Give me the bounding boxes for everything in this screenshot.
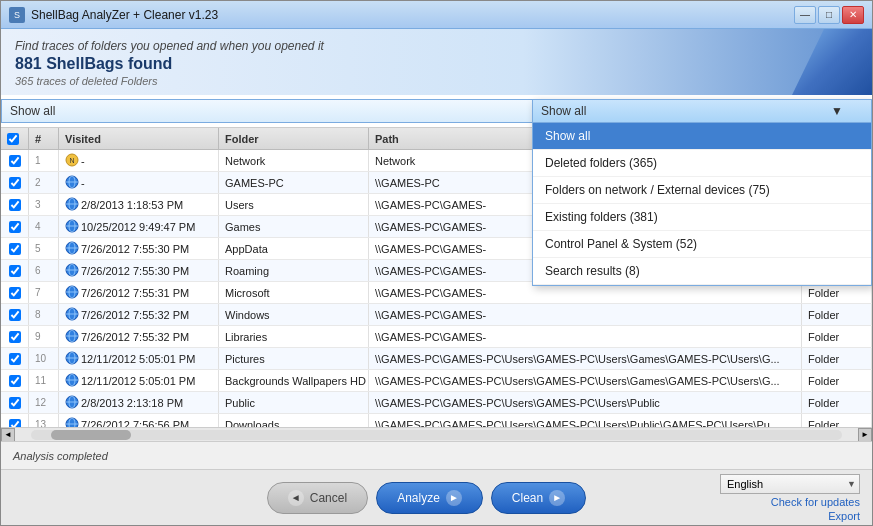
row-visited: 2/8/2013 1:18:53 PM (59, 194, 219, 215)
row-checkbox[interactable] (9, 287, 21, 299)
dropdown-header-arrow-icon: ▼ (831, 104, 843, 118)
bottom-bar: ◄ Cancel Analyze ► Clean ► English ▼ Che… (1, 469, 872, 525)
row-num: 2 (29, 172, 59, 193)
col-header-folder: Folder (219, 128, 369, 149)
col-header-check (1, 128, 29, 149)
row-checkbox[interactable] (9, 353, 21, 365)
row-visited: 7/26/2012 7:55:30 PM (59, 260, 219, 281)
row-num: 4 (29, 216, 59, 237)
row-num: 5 (29, 238, 59, 259)
visited-text: 2/8/2013 2:13:18 PM (81, 397, 183, 409)
visited-text: 12/11/2012 5:05:01 PM (81, 353, 195, 365)
svg-point-35 (66, 418, 78, 428)
window-title: ShellBag AnalyZer + Cleaner v1.23 (31, 8, 218, 22)
analyze-right-arrow-icon: ► (446, 490, 462, 506)
status-text: Analysis completed (13, 450, 108, 462)
filter-bar: Show all ▼ Show all ▼ Show all Deleted f… (1, 95, 872, 128)
row-num: 12 (29, 392, 59, 413)
row-num: 10 (29, 348, 59, 369)
filter-option-deleted[interactable]: Deleted folders (365) (533, 150, 871, 177)
filter-option-controlpanel[interactable]: Control Panel & System (52) (533, 231, 871, 258)
maximize-button[interactable]: □ (818, 6, 840, 24)
visited-text: - (81, 155, 85, 167)
close-button[interactable]: ✕ (842, 6, 864, 24)
app-icon: S (9, 7, 25, 23)
row-type: Folder (802, 392, 872, 413)
row-checkbox[interactable] (9, 265, 21, 277)
row-icon (65, 219, 79, 235)
scrollbar-thumb[interactable] (51, 430, 131, 440)
table-row[interactable]: 10 12/11/2012 5:05:01 PMPictures\\GAMES-… (1, 348, 872, 370)
table-row[interactable]: 11 12/11/2012 5:05:01 PMBackgrounds Wall… (1, 370, 872, 392)
header-title: 881 ShellBags found (15, 55, 858, 73)
clean-button[interactable]: Clean ► (491, 482, 586, 514)
row-folder: Libraries (219, 326, 369, 347)
scroll-left-btn[interactable]: ◄ (1, 428, 15, 442)
row-folder: Pictures (219, 348, 369, 369)
table-row[interactable]: 12 2/8/2013 2:13:18 PMPublic\\GAMES-PC\G… (1, 392, 872, 414)
table-row[interactable]: 8 7/26/2012 7:55:32 PMWindows\\GAMES-PC\… (1, 304, 872, 326)
minimize-button[interactable]: — (794, 6, 816, 24)
title-bar-left: S ShellBag AnalyZer + Cleaner v1.23 (9, 7, 218, 23)
row-num: 11 (29, 370, 59, 391)
row-icon (65, 175, 79, 191)
horizontal-scrollbar[interactable]: ◄ ► (1, 427, 872, 441)
scroll-right-btn[interactable]: ► (858, 428, 872, 442)
select-all-checkbox[interactable] (7, 133, 19, 145)
cancel-button[interactable]: ◄ Cancel (267, 482, 368, 514)
row-num: 6 (29, 260, 59, 281)
row-checkbox[interactable] (9, 199, 21, 211)
filter-option-showall[interactable]: Show all (533, 123, 871, 150)
row-checkbox[interactable] (9, 331, 21, 343)
row-num: 9 (29, 326, 59, 347)
row-folder: Users (219, 194, 369, 215)
export-link[interactable]: Export (828, 510, 860, 522)
row-visited: 7/26/2012 7:55:31 PM (59, 282, 219, 303)
row-visited: 12/11/2012 5:05:01 PM (59, 370, 219, 391)
row-icon (65, 285, 79, 301)
row-folder: Microsoft (219, 282, 369, 303)
table-row[interactable]: 13 7/26/2012 7:56:56 PMDownloads\\GAMES-… (1, 414, 872, 427)
row-checkbox[interactable] (9, 419, 21, 428)
row-folder: Public (219, 392, 369, 413)
visited-text: 7/26/2012 7:56:56 PM (81, 419, 189, 428)
check-updates-link[interactable]: Check for updates (771, 496, 860, 508)
row-checkbox[interactable] (9, 375, 21, 387)
filter-option-existing[interactable]: Existing folders (381) (533, 204, 871, 231)
language-select[interactable]: English (720, 474, 860, 494)
status-bar: Analysis completed (1, 441, 872, 469)
row-visited: N - (59, 150, 219, 171)
title-bar: S ShellBag AnalyZer + Cleaner v1.23 — □ … (1, 1, 872, 29)
row-icon (65, 351, 79, 367)
row-num: 7 (29, 282, 59, 303)
row-folder: Downloads (219, 414, 369, 427)
analyze-button[interactable]: Analyze ► (376, 482, 483, 514)
visited-text: - (81, 177, 85, 189)
row-checkbox[interactable] (9, 309, 21, 321)
visited-text: 7/26/2012 7:55:31 PM (81, 287, 189, 299)
scrollbar-track (31, 430, 842, 440)
filter-option-search[interactable]: Search results (8) (533, 258, 871, 285)
row-path: \\GAMES-PC\GAMES-PC\Users\GAMES-PC\Users… (369, 370, 802, 391)
filter-option-network[interactable]: Folders on network / External devices (7… (533, 177, 871, 204)
dropdown-header: Show all ▼ (533, 100, 871, 123)
row-path: \\GAMES-PC\GAMES-PC\Users\GAMES-PC\Users… (369, 414, 802, 427)
clean-right-arrow-icon: ► (549, 490, 565, 506)
row-checkbox[interactable] (9, 177, 21, 189)
col-header-num: # (29, 128, 59, 149)
filter-dropdown-overlay: Show all ▼ Show all Deleted folders (365… (532, 99, 872, 286)
cancel-label: Cancel (310, 491, 347, 505)
row-folder: Roaming (219, 260, 369, 281)
row-num: 1 (29, 150, 59, 171)
main-window: S ShellBag AnalyZer + Cleaner v1.23 — □ … (0, 0, 873, 526)
row-checkbox[interactable] (9, 243, 21, 255)
clean-label: Clean (512, 491, 543, 505)
row-checkbox[interactable] (9, 397, 21, 409)
row-icon (65, 373, 79, 389)
row-checkbox[interactable] (9, 221, 21, 233)
row-checkbox[interactable] (9, 155, 21, 167)
visited-text: 7/26/2012 7:55:32 PM (81, 309, 189, 321)
row-path: \\GAMES-PC\GAMES-PC\Users\GAMES-PC\Users… (369, 392, 802, 413)
table-row[interactable]: 9 7/26/2012 7:55:32 PMLibraries\\GAMES-P… (1, 326, 872, 348)
row-icon (65, 307, 79, 323)
